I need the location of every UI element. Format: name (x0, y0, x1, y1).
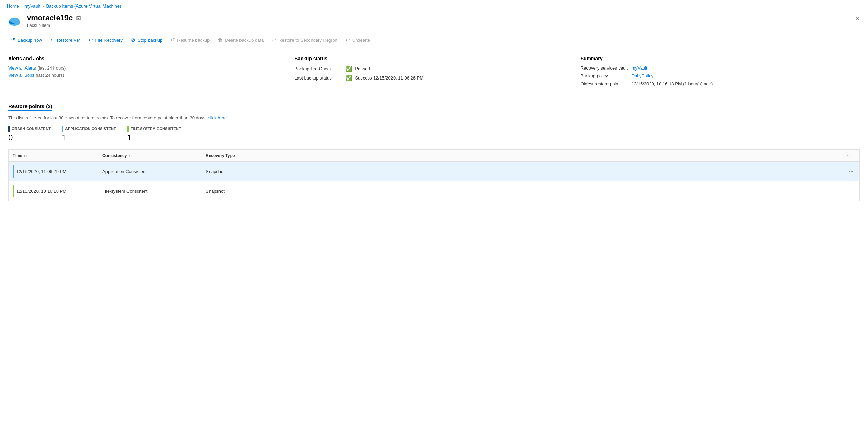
fs-bar (127, 126, 129, 132)
breadcrumb-backup-items[interactable]: Backup Items (Azure Virtual Machine) (46, 3, 121, 9)
restore-points-title: Restore points (2) (8, 103, 52, 111)
restore-point-value: 12/15/2020, 10:16:18 PM (1 hour(s) ago) (632, 81, 713, 86)
app-count: 1 (62, 133, 116, 143)
backup-now-icon: ↺ (11, 37, 16, 43)
breadcrumb: Home › myVault › Backup Items (Azure Vir… (0, 0, 868, 11)
app-bar (62, 126, 63, 132)
restore-points-section: Restore points (2) This list is filtered… (8, 103, 860, 201)
pre-check-label: Backup Pre-Check (294, 66, 343, 71)
row2-actions: ··· (842, 183, 859, 199)
row2-time: 12/15/2020, 10:16:18 PM (9, 181, 98, 201)
stop-backup-icon: ⊘ (131, 37, 135, 43)
page-subtitle: Backup Item (27, 23, 81, 28)
restore-vm-icon: ↩ (50, 37, 55, 43)
row2-ellipsis-button[interactable]: ··· (846, 187, 856, 196)
vault-value[interactable]: myVault (632, 65, 647, 71)
resource-icon (7, 13, 22, 29)
svg-point-3 (10, 18, 19, 23)
restore-point-row: Oldest restore point 12/15/2020, 10:16:1… (581, 81, 860, 86)
file-recovery-icon: ↩ (89, 37, 93, 43)
row2-recovery-type: Snapshot (202, 185, 842, 197)
undelete-icon: ↩ (346, 37, 350, 43)
restore-point-label: Oldest restore point (581, 81, 629, 86)
crash-label: CRASH CONSISTENT (12, 127, 51, 131)
delete-icon: 🗑 (218, 37, 223, 43)
last-status-label: Last backup status (294, 75, 343, 81)
col-consistency-header: Consistency ↑↓ (98, 150, 202, 161)
delete-backup-data-button[interactable]: 🗑 Delete backup data (214, 35, 268, 45)
row1-ellipsis-button[interactable]: ··· (846, 167, 856, 176)
crash-bar (8, 126, 10, 132)
info-sections: Alerts and Jobs View all Alerts (last 24… (8, 56, 860, 89)
actions-sort-icon[interactable]: ↑↓ (846, 154, 850, 158)
backup-now-button[interactable]: ↺ Backup now (7, 35, 46, 45)
row1-recovery-type: Snapshot (202, 166, 842, 178)
row2-indicator (13, 185, 14, 197)
row1-indicator (13, 165, 14, 178)
pre-check-row: Backup Pre-Check ✅ Passed (294, 65, 573, 72)
share-icon[interactable]: ⊡ (76, 15, 81, 21)
app-consistent-legend: APPLICATION CONSISTENT 1 (62, 126, 116, 143)
policy-value[interactable]: DailyPolicy (632, 73, 654, 78)
breadcrumb-myvault[interactable]: myVault (24, 3, 40, 9)
backup-status-section: Backup status Backup Pre-Check ✅ Passed … (294, 56, 573, 89)
resume-backup-icon: ↺ (171, 37, 175, 43)
app-label: APPLICATION CONSISTENT (65, 127, 116, 131)
page-header: vmoracle19c ⊡ Backup Item ✕ (0, 11, 868, 33)
main-content: Alerts and Jobs View all Alerts (last 24… (0, 49, 868, 208)
alerts-section: Alerts and Jobs View all Alerts (last 24… (8, 56, 287, 89)
fs-consistent-legend: FILE-SYSTEM CONSISTENT 1 (127, 126, 181, 143)
policy-row: Backup policy DailyPolicy (581, 73, 860, 78)
view-jobs-link[interactable]: View all Jobs (8, 73, 34, 78)
fs-label: FILE-SYSTEM CONSISTENT (131, 127, 181, 131)
resume-backup-button[interactable]: ↺ Resume backup (166, 35, 214, 45)
breadcrumb-home[interactable]: Home (7, 3, 19, 9)
stop-backup-button[interactable]: ⊘ Stop backup (127, 35, 166, 45)
alerts-period: (last 24 hours) (37, 65, 66, 71)
crash-count: 0 (8, 133, 51, 143)
vault-label: Recovery services vault (581, 65, 629, 71)
restore-points-table: Time ↑↓ Consistency ↑↓ Recovery Type ↑↓ (8, 149, 860, 201)
legend-row: CRASH CONSISTENT 0 APPLICATION CONSISTEN… (8, 126, 860, 143)
restore-secondary-icon: ↩ (272, 37, 276, 43)
title-area: vmoracle19c ⊡ Backup Item (27, 13, 81, 28)
crash-consistent-legend: CRASH CONSISTENT 0 (8, 126, 51, 143)
row1-consistency: Application Consistent (98, 166, 202, 178)
last-status-value: Success 12/15/2020, 11:06:26 PM (355, 75, 423, 81)
click-here-link[interactable]: click here. (208, 115, 228, 120)
col-recovery-type-header: Recovery Type (202, 150, 842, 161)
policy-label: Backup policy (581, 73, 629, 78)
section-divider (8, 96, 860, 96)
alerts-title: Alerts and Jobs (8, 56, 287, 61)
fs-count: 1 (127, 133, 181, 143)
summary-section: Summary Recovery services vault myVault … (581, 56, 860, 89)
filter-text: This list is filtered for last 30 days o… (8, 115, 860, 120)
page-title: vmoracle19c (27, 13, 73, 22)
row1-time: 12/15/2020, 11:06:29 PM (9, 162, 98, 181)
consistency-sort-icon[interactable]: ↑↓ (128, 154, 132, 158)
view-alerts-row: View all Alerts (last 24 hours) (8, 65, 287, 71)
pass-icon: ✅ (345, 65, 352, 72)
close-button[interactable]: ✕ (853, 13, 861, 24)
table-container: Time ↑↓ Consistency ↑↓ Recovery Type ↑↓ (8, 149, 860, 201)
table-row[interactable]: 12/15/2020, 10:16:18 PM File-system Cons… (9, 181, 859, 201)
pre-check-value: Passed (355, 66, 370, 71)
row2-consistency: File-system Consistent (98, 185, 202, 197)
table-header: Time ↑↓ Consistency ↑↓ Recovery Type ↑↓ (9, 150, 859, 162)
last-status-row: Last backup status ✅ Success 12/15/2020,… (294, 75, 573, 81)
toolbar: ↺ Backup now ↩ Restore VM ↩ File Recover… (0, 33, 868, 49)
vault-row: Recovery services vault myVault (581, 65, 860, 71)
file-recovery-button[interactable]: ↩ File Recovery (84, 35, 126, 45)
restore-vm-button[interactable]: ↩ Restore VM (46, 35, 85, 45)
summary-title: Summary (581, 56, 860, 61)
view-alerts-link[interactable]: View all Alerts (8, 65, 36, 71)
row1-actions: ··· (842, 164, 859, 179)
col-time-header: Time ↑↓ (9, 150, 98, 161)
view-jobs-row: View all Jobs (last 24 hours) (8, 73, 287, 78)
time-sort-icon[interactable]: ↑↓ (24, 154, 28, 158)
backup-status-title: Backup status (294, 56, 573, 61)
restore-secondary-button[interactable]: ↩ Restore to Secondary Region (268, 35, 341, 45)
table-row[interactable]: 12/15/2020, 11:06:29 PM Application Cons… (9, 162, 859, 181)
undelete-button[interactable]: ↩ Undelete (341, 35, 374, 45)
success-icon: ✅ (345, 75, 352, 81)
